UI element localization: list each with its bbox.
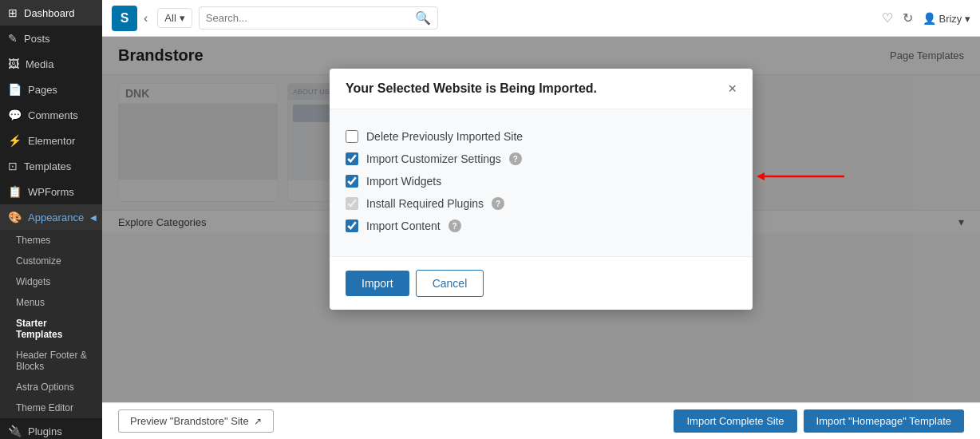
- search-icon: 🔍: [415, 10, 431, 26]
- sidebar-label-media: Media: [26, 58, 53, 70]
- sidebar-sub-astra-options[interactable]: Astra Options: [0, 377, 102, 397]
- user-chevron-icon: ▾: [965, 13, 970, 25]
- pages-icon: 📄: [8, 83, 22, 96]
- sidebar-sub-customize[interactable]: Customize: [0, 251, 102, 271]
- delete-previously-checkbox[interactable]: [346, 130, 358, 143]
- import-modal: Your Selected Website is Being Imported.…: [330, 69, 753, 310]
- user-label: Brizy: [939, 13, 962, 25]
- user-menu[interactable]: 👤 Brizy ▾: [923, 12, 970, 25]
- comments-icon: 💬: [8, 109, 22, 121]
- modal-option-content: Import Content ?: [346, 215, 737, 237]
- install-plugins-checkbox: [346, 197, 358, 210]
- sidebar-label-pages: Pages: [28, 84, 57, 96]
- import-customizer-checkbox[interactable]: [346, 152, 358, 165]
- modal-cancel-button[interactable]: Cancel: [416, 270, 484, 297]
- sidebar-item-comments[interactable]: 💬 Comments: [0, 102, 102, 128]
- sidebar-sub-starter-templates[interactable]: Starter Templates: [0, 313, 102, 345]
- modal-close-button[interactable]: ×: [728, 81, 737, 96]
- sidebar-label-appearance: Appearance: [28, 212, 84, 223]
- plugins-icon: 🔌: [8, 425, 22, 437]
- modal-title: Your Selected Website is Being Imported.: [346, 81, 597, 96]
- import-widgets-checkbox[interactable]: [346, 175, 358, 188]
- delete-previously-label: Delete Previously Imported Site: [366, 130, 523, 143]
- sidebar-item-media[interactable]: 🖼 Media: [0, 51, 102, 77]
- modal-body: Delete Previously Imported Site Import C…: [330, 109, 753, 256]
- sidebar-item-templates[interactable]: ⊡ Templates: [0, 153, 102, 179]
- sidebar-label-posts: Posts: [24, 33, 50, 45]
- preview-site-button[interactable]: Preview "Brandstore" Site ↗: [118, 409, 274, 433]
- sidebar-label-templates: Templates: [24, 160, 71, 172]
- sidebar-item-dashboard[interactable]: ⊞ Dashboard: [0, 0, 102, 26]
- svg-marker-1: [757, 172, 765, 180]
- filter-chevron-icon: ▾: [180, 12, 185, 24]
- modal-import-button[interactable]: Import: [346, 271, 409, 296]
- appearance-submenu: Themes Customize Widgets Menus Starter T…: [0, 230, 102, 418]
- media-icon: 🖼: [8, 57, 19, 70]
- import-widgets-label: Import Widgets: [366, 175, 441, 188]
- sidebar-label-elementor: Elementor: [28, 135, 75, 147]
- import-content-label: Import Content: [366, 220, 441, 232]
- sidebar-item-wpforms[interactable]: 📋 WPForms: [0, 179, 102, 204]
- modal-option-delete: Delete Previously Imported Site: [346, 125, 737, 148]
- sidebar: ⊞ Dashboard ✎ Posts 🖼 Media 📄 Pages 💬 Co…: [0, 0, 102, 439]
- sidebar-sub-themes[interactable]: Themes: [0, 230, 102, 251]
- sidebar-label-plugins: Plugins: [28, 425, 62, 437]
- templates-icon: ⊡: [8, 160, 18, 172]
- dashboard-icon: ⊞: [8, 6, 18, 19]
- topbar: S ‹ All ▾ 🔍 ♡ ↻ 👤 Brizy ▾: [102, 0, 980, 37]
- posts-icon: ✎: [8, 32, 18, 45]
- heart-icon[interactable]: ♡: [882, 10, 893, 26]
- wpforms-icon: 📋: [8, 185, 22, 198]
- sidebar-item-elementor[interactable]: ⚡ Elementor: [0, 128, 102, 153]
- sidebar-label-dashboard: Dashboard: [24, 7, 75, 19]
- bottom-bar: Preview "Brandstore" Site ↗ Import Compl…: [102, 402, 980, 439]
- red-arrow-annotation: [757, 164, 852, 188]
- page-content-area: Brandstore Page Templates DNK ABOUT US: [102, 37, 980, 402]
- modal-option-customizer: Import Customizer Settings ?: [346, 148, 737, 170]
- bottom-right-actions: Import Complete Site Import "Homepage" T…: [674, 409, 964, 433]
- main-content: S ‹ All ▾ 🔍 ♡ ↻ 👤 Brizy ▾ Brandstore Pag…: [102, 0, 980, 439]
- filter-label: All: [164, 12, 176, 24]
- install-plugins-label: Install Required Plugins: [366, 197, 484, 210]
- sidebar-label-comments: Comments: [28, 109, 78, 121]
- sidebar-sub-header-footer[interactable]: Header Footer & Blocks: [0, 345, 102, 377]
- modal-overlay: Your Selected Website is Being Imported.…: [102, 37, 980, 402]
- import-content-checkbox[interactable]: [346, 220, 358, 232]
- appearance-icon: 🎨: [8, 211, 22, 223]
- filter-dropdown[interactable]: All ▾: [157, 8, 192, 28]
- import-complete-site-button[interactable]: Import Complete Site: [674, 409, 796, 433]
- search-box[interactable]: 🔍: [199, 6, 438, 30]
- search-input[interactable]: [206, 12, 415, 24]
- modal-footer: Import Cancel: [330, 256, 753, 310]
- sidebar-item-posts[interactable]: ✎ Posts: [0, 26, 102, 51]
- sidebar-sub-widgets[interactable]: Widgets: [0, 271, 102, 292]
- content-info-icon[interactable]: ?: [449, 220, 461, 232]
- customizer-info-icon[interactable]: ?: [509, 152, 522, 165]
- sidebar-label-wpforms: WPForms: [28, 186, 74, 198]
- external-link-icon: ↗: [254, 416, 262, 427]
- site-logo: S: [112, 6, 137, 31]
- sidebar-item-plugins[interactable]: 🔌 Plugins: [0, 418, 102, 439]
- refresh-icon[interactable]: ↻: [903, 10, 913, 26]
- plugins-info-icon[interactable]: ?: [492, 197, 504, 210]
- import-homepage-template-button[interactable]: Import "Homepage" Template: [804, 409, 964, 433]
- modal-header: Your Selected Website is Being Imported.…: [330, 69, 753, 109]
- appearance-chevron-icon: ◀: [90, 213, 97, 222]
- topbar-right: ♡ ↻ 👤 Brizy ▾: [882, 10, 970, 26]
- user-avatar-icon: 👤: [923, 12, 936, 25]
- import-customizer-label: Import Customizer Settings: [366, 152, 501, 165]
- sidebar-sub-menus[interactable]: Menus: [0, 292, 102, 313]
- elementor-icon: ⚡: [8, 134, 22, 147]
- modal-option-widgets: Import Widgets: [346, 170, 737, 192]
- sidebar-sub-theme-editor[interactable]: Theme Editor: [0, 397, 102, 418]
- sidebar-item-appearance[interactable]: 🎨 Appearance ◀: [0, 204, 102, 230]
- modal-option-plugins: Install Required Plugins ?: [346, 192, 737, 215]
- preview-site-label: Preview "Brandstore" Site: [130, 415, 249, 427]
- back-button[interactable]: ‹: [144, 11, 148, 26]
- sidebar-item-pages[interactable]: 📄 Pages: [0, 77, 102, 102]
